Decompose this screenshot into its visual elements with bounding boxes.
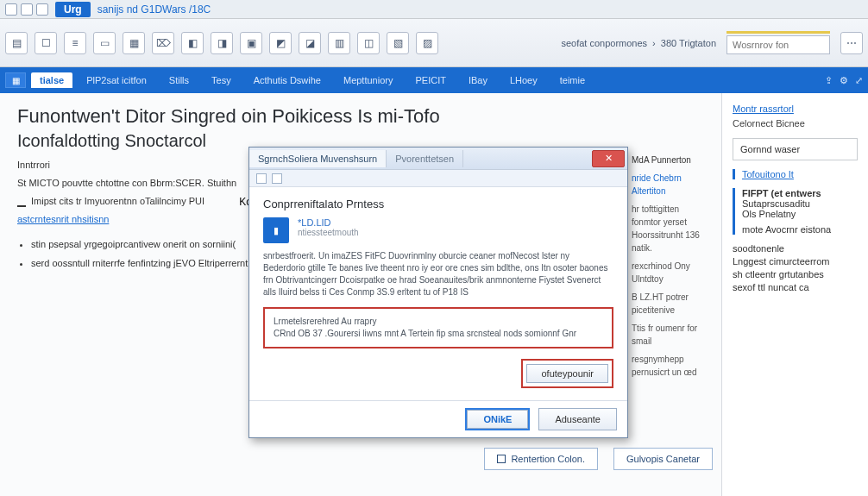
sidebar-link[interactable]: Montr rassrtorl <box>733 104 858 114</box>
search-container <box>726 31 830 54</box>
tool-icon-4[interactable]: ▭ <box>93 32 116 54</box>
ok-button[interactable]: ONikE <box>467 410 528 429</box>
sidebar-note: Celornect Bicnee <box>733 117 858 129</box>
tool-icon-10[interactable]: ◩ <box>269 32 292 54</box>
modal-dialog: SgrnchSoliera Muvenshsurn Pvorenttetsen … <box>248 147 628 438</box>
action-button-right[interactable]: Gulvopis Canetar <box>613 448 713 470</box>
toolbar-menu-icon[interactable]: ⋯ <box>840 32 863 54</box>
tool-icon-9[interactable]: ▣ <box>240 32 262 54</box>
cancel-button[interactable]: Aduseante <box>538 408 617 430</box>
tool-icon-12[interactable]: ▥ <box>328 32 350 54</box>
sidebar-group-item: Ols Pnelatny <box>742 209 858 219</box>
context-item[interactable]: nride Chebrn Altertiton <box>632 172 709 198</box>
ribbon-tab-7[interactable]: IBay <box>460 72 496 88</box>
sidebar-group-title: FIFPT (et entwers <box>742 188 858 198</box>
tool-icon-5[interactable]: ▦ <box>123 32 145 54</box>
dialog-toolbar <box>249 170 627 187</box>
context-item: B LZ.HT potrer picetitenive <box>632 291 709 317</box>
ribbon-tab-8[interactable]: LHoey <box>501 72 546 88</box>
dialog-badge-icon: ▮ <box>263 217 289 243</box>
breadcrumb-part-2: 380 Trigtaton <box>661 38 716 48</box>
dialog-warning-box: Lrmetelsrerehred Au rrapry CRnd OB 37 .G… <box>263 307 613 348</box>
dialog-footer: ONikE Aduseante <box>249 400 627 437</box>
close-icon[interactable]: ✕ <box>592 150 625 167</box>
context-item: Ttis fr oumenr for smail <box>632 322 709 348</box>
ribbon-tab-2[interactable]: Stills <box>160 72 198 88</box>
breadcrumb-part-1: seofat conpormones <box>561 38 647 48</box>
dialog-tab-secondary[interactable]: Pvorenttetsen <box>387 150 463 167</box>
warning-line-2: CRnd OB 37 .Gourersi liwns mnt A Tertein… <box>274 328 603 340</box>
sidebar-group-item: mote Avocrnr eistona <box>742 224 858 235</box>
url-scheme-chip: Urg <box>55 2 91 17</box>
ribbon-tab-0[interactable]: tialse <box>31 72 72 88</box>
tool-icon-2[interactable]: ☐ <box>35 32 57 54</box>
sidebar-group: FIFPT (et entwers Sutaprscusaditu Ols Pn… <box>733 188 858 235</box>
page-title: Funontwen't Ditor Singred oin Poikicess … <box>17 105 704 128</box>
breadcrumb: seofat conpormones › 380 Trigtaton ⋯ <box>561 31 863 54</box>
sidebar-accent-link[interactable]: Tofouitono It <box>733 169 858 179</box>
dialog-item-sub: ntiessteetmouth <box>298 228 359 237</box>
dialog-tool-icon[interactable] <box>272 173 282 184</box>
tool-icon-15[interactable]: ▨ <box>416 32 438 54</box>
search-input[interactable] <box>726 35 830 54</box>
app-icon[interactable]: ▦ <box>5 72 26 88</box>
action-button-left-label: Rentertion Colon. <box>511 454 585 464</box>
ribbon-tab-5[interactable]: Mepttuniory <box>335 72 401 88</box>
tool-icon-3[interactable]: ≡ <box>64 32 86 54</box>
tool-icon-7[interactable]: ◧ <box>181 32 204 54</box>
feature-text: Imipst cits tr Imyuorentnn oTalilncimy P… <box>31 196 204 206</box>
context-title: MdA Punnerton <box>632 154 709 166</box>
icon-toolbar: ▤ ☐ ≡ ▭ ▦ ⌦ ◧ ◨ ▣ ◩ ◪ ▥ ◫ ▧ ▨ seofat con… <box>0 19 868 67</box>
context-item: hr tofttigitten fonmtor yerset Hoorssitr… <box>632 203 709 254</box>
ribbon-tab-1[interactable]: PlP2sat icitfon <box>78 72 155 88</box>
sidebar-list-item: soodtonenle <box>733 243 858 254</box>
dialog-action-button[interactable]: ofuteypounir <box>526 364 608 383</box>
refresh-icon[interactable] <box>21 3 33 16</box>
highlighted-button-frame: ofuteypounir <box>521 359 613 388</box>
dialog-titlebar[interactable]: SgrnchSoliera Muvenshsurn Pvorenttetsen … <box>249 148 627 170</box>
tool-icon-8[interactable]: ◨ <box>211 32 233 54</box>
ribbon-expand-icon[interactable]: ⤢ <box>855 75 863 86</box>
sidebar-accent-text: Tofouitono It <box>742 169 794 179</box>
dialog-tool-icon[interactable] <box>256 173 267 184</box>
ribbon-tab-9[interactable]: teimie <box>551 72 594 88</box>
context-panel: MdA Punnerton nride Chebrn Altertiton hr… <box>632 154 709 384</box>
tool-icon-11[interactable]: ◪ <box>299 32 321 54</box>
ribbon-share-icon[interactable]: ⇪ <box>825 75 833 86</box>
action-button-right-label: Gulvopis Canetar <box>626 454 700 464</box>
sidebar-box[interactable]: Gornnd waser <box>733 138 858 160</box>
sidebar: Montr rassrtorl Celornect Bicnee Gornnd … <box>721 93 868 496</box>
ribbon: ▦ tialse PlP2sat icitfon Stills Tesy Act… <box>0 67 868 93</box>
inline-link[interactable]: astcrntesnrit nhsitisnn <box>17 214 109 224</box>
sidebar-list-item: sexof ttl nuncat ca <box>733 282 858 292</box>
action-button-left[interactable]: Rentertion Colon. <box>484 448 598 470</box>
ribbon-tab-6[interactable]: PEICIT <box>406 72 454 88</box>
context-item: resgnymhepp pernusicrt un œd <box>632 353 709 379</box>
tool-icon-14[interactable]: ▧ <box>387 32 409 54</box>
window-controls <box>5 3 48 16</box>
tool-icon-6[interactable]: ⌦ <box>152 32 174 54</box>
chevron-right-icon: › <box>652 38 656 48</box>
back-icon[interactable] <box>5 3 17 16</box>
tool-icon-1[interactable]: ▤ <box>5 32 28 54</box>
list-icon <box>17 200 26 207</box>
warning-line-1: Lrmetelsrerehred Au rrapry <box>274 316 603 328</box>
feature-row: Imipst cits tr Imyuorentnn oTalilncimy P… <box>17 196 204 208</box>
context-item: rexcrhinod Ony Ulntdtoy <box>632 260 709 286</box>
sidebar-list: soodtonenle Lnggest cimurcteerrom sh ctl… <box>733 243 858 292</box>
dialog-body: Conprreniftalato Prntess ▮ *LD.LID nties… <box>249 187 627 400</box>
page-actions: Rentertion Colon. Gulvopis Canetar <box>484 448 713 470</box>
primary-button-frame: ONikE <box>465 408 530 430</box>
dialog-tab-active[interactable]: SgrnchSoliera Muvenshsurn <box>249 150 387 167</box>
square-icon <box>497 455 506 463</box>
ribbon-tab-4[interactable]: Acthutis Dswihe <box>245 72 330 88</box>
window-chrome: Urg sanijs nd G1DWars /18C <box>0 0 868 19</box>
dialog-item-label: *LD.LID <box>298 217 359 228</box>
url-text: sanijs nd G1DWars /18C <box>97 3 211 16</box>
ribbon-settings-icon[interactable]: ⚙ <box>840 75 848 86</box>
sidebar-list-item: sh ctleentr grtutanbes <box>733 269 858 279</box>
ribbon-tab-3[interactable]: Tesy <box>203 72 240 88</box>
tool-icon-13[interactable]: ◫ <box>357 32 380 54</box>
home-icon[interactable] <box>36 3 48 16</box>
sidebar-group-item: Sutaprscusaditu <box>742 198 858 209</box>
